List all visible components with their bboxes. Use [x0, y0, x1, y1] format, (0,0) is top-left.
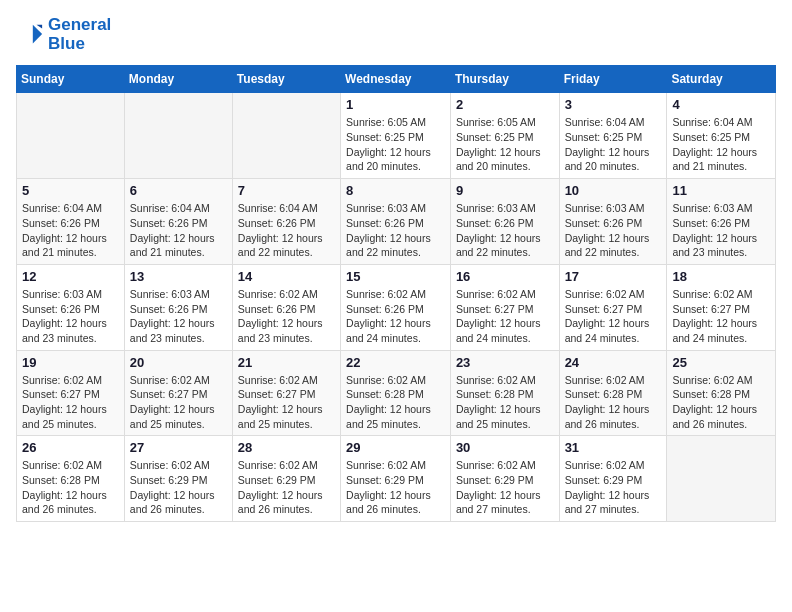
calendar-cell: 4Sunrise: 6:04 AMSunset: 6:25 PMDaylight… [667, 93, 776, 179]
day-number: 9 [456, 183, 554, 198]
logo-text: General Blue [48, 16, 111, 53]
calendar-cell: 11Sunrise: 6:03 AMSunset: 6:26 PMDayligh… [667, 179, 776, 265]
day-number: 31 [565, 440, 662, 455]
calendar-cell: 18Sunrise: 6:02 AMSunset: 6:27 PMDayligh… [667, 264, 776, 350]
calendar-cell: 2Sunrise: 6:05 AMSunset: 6:25 PMDaylight… [450, 93, 559, 179]
calendar-cell: 15Sunrise: 6:02 AMSunset: 6:26 PMDayligh… [341, 264, 451, 350]
calendar-cell: 3Sunrise: 6:04 AMSunset: 6:25 PMDaylight… [559, 93, 667, 179]
day-number: 28 [238, 440, 335, 455]
day-info: Sunrise: 6:04 AMSunset: 6:26 PMDaylight:… [130, 201, 227, 260]
calendar-cell [667, 436, 776, 522]
weekday-header-sunday: Sunday [17, 66, 125, 93]
calendar-cell: 25Sunrise: 6:02 AMSunset: 6:28 PMDayligh… [667, 350, 776, 436]
day-info: Sunrise: 6:04 AMSunset: 6:25 PMDaylight:… [672, 115, 770, 174]
calendar-cell: 13Sunrise: 6:03 AMSunset: 6:26 PMDayligh… [124, 264, 232, 350]
calendar-cell: 16Sunrise: 6:02 AMSunset: 6:27 PMDayligh… [450, 264, 559, 350]
day-info: Sunrise: 6:02 AMSunset: 6:27 PMDaylight:… [22, 373, 119, 432]
day-number: 8 [346, 183, 445, 198]
day-info: Sunrise: 6:02 AMSunset: 6:27 PMDaylight:… [565, 287, 662, 346]
calendar-cell: 28Sunrise: 6:02 AMSunset: 6:29 PMDayligh… [232, 436, 340, 522]
day-info: Sunrise: 6:02 AMSunset: 6:26 PMDaylight:… [238, 287, 335, 346]
day-info: Sunrise: 6:02 AMSunset: 6:29 PMDaylight:… [565, 458, 662, 517]
day-info: Sunrise: 6:03 AMSunset: 6:26 PMDaylight:… [22, 287, 119, 346]
calendar-cell [232, 93, 340, 179]
day-number: 29 [346, 440, 445, 455]
day-info: Sunrise: 6:02 AMSunset: 6:28 PMDaylight:… [346, 373, 445, 432]
day-info: Sunrise: 6:03 AMSunset: 6:26 PMDaylight:… [672, 201, 770, 260]
calendar-cell: 26Sunrise: 6:02 AMSunset: 6:28 PMDayligh… [17, 436, 125, 522]
day-number: 16 [456, 269, 554, 284]
calendar-cell: 24Sunrise: 6:02 AMSunset: 6:28 PMDayligh… [559, 350, 667, 436]
calendar-cell: 10Sunrise: 6:03 AMSunset: 6:26 PMDayligh… [559, 179, 667, 265]
day-info: Sunrise: 6:02 AMSunset: 6:29 PMDaylight:… [130, 458, 227, 517]
day-info: Sunrise: 6:02 AMSunset: 6:28 PMDaylight:… [672, 373, 770, 432]
day-number: 10 [565, 183, 662, 198]
day-number: 7 [238, 183, 335, 198]
day-number: 2 [456, 97, 554, 112]
calendar-cell: 19Sunrise: 6:02 AMSunset: 6:27 PMDayligh… [17, 350, 125, 436]
day-number: 18 [672, 269, 770, 284]
day-info: Sunrise: 6:03 AMSunset: 6:26 PMDaylight:… [565, 201, 662, 260]
day-number: 22 [346, 355, 445, 370]
logo-general: General [48, 15, 111, 34]
day-info: Sunrise: 6:04 AMSunset: 6:25 PMDaylight:… [565, 115, 662, 174]
day-number: 24 [565, 355, 662, 370]
day-info: Sunrise: 6:05 AMSunset: 6:25 PMDaylight:… [346, 115, 445, 174]
calendar-cell: 12Sunrise: 6:03 AMSunset: 6:26 PMDayligh… [17, 264, 125, 350]
calendar-cell: 23Sunrise: 6:02 AMSunset: 6:28 PMDayligh… [450, 350, 559, 436]
weekday-header-friday: Friday [559, 66, 667, 93]
calendar-cell [124, 93, 232, 179]
calendar-cell: 6Sunrise: 6:04 AMSunset: 6:26 PMDaylight… [124, 179, 232, 265]
calendar-cell: 22Sunrise: 6:02 AMSunset: 6:28 PMDayligh… [341, 350, 451, 436]
day-number: 20 [130, 355, 227, 370]
day-number: 19 [22, 355, 119, 370]
day-number: 1 [346, 97, 445, 112]
calendar-cell: 9Sunrise: 6:03 AMSunset: 6:26 PMDaylight… [450, 179, 559, 265]
day-info: Sunrise: 6:04 AMSunset: 6:26 PMDaylight:… [22, 201, 119, 260]
day-number: 25 [672, 355, 770, 370]
calendar-cell: 17Sunrise: 6:02 AMSunset: 6:27 PMDayligh… [559, 264, 667, 350]
logo-blue: Blue [48, 35, 111, 54]
calendar-cell: 21Sunrise: 6:02 AMSunset: 6:27 PMDayligh… [232, 350, 340, 436]
day-info: Sunrise: 6:02 AMSunset: 6:26 PMDaylight:… [346, 287, 445, 346]
svg-marker-1 [37, 24, 43, 28]
day-info: Sunrise: 6:02 AMSunset: 6:27 PMDaylight:… [130, 373, 227, 432]
logo: General Blue [16, 16, 111, 53]
day-number: 13 [130, 269, 227, 284]
day-number: 27 [130, 440, 227, 455]
day-number: 30 [456, 440, 554, 455]
calendar-cell: 14Sunrise: 6:02 AMSunset: 6:26 PMDayligh… [232, 264, 340, 350]
day-info: Sunrise: 6:02 AMSunset: 6:27 PMDaylight:… [238, 373, 335, 432]
weekday-header-saturday: Saturday [667, 66, 776, 93]
calendar-cell [17, 93, 125, 179]
day-info: Sunrise: 6:05 AMSunset: 6:25 PMDaylight:… [456, 115, 554, 174]
day-info: Sunrise: 6:02 AMSunset: 6:29 PMDaylight:… [346, 458, 445, 517]
calendar-cell: 20Sunrise: 6:02 AMSunset: 6:27 PMDayligh… [124, 350, 232, 436]
calendar-cell: 5Sunrise: 6:04 AMSunset: 6:26 PMDaylight… [17, 179, 125, 265]
day-number: 5 [22, 183, 119, 198]
weekday-header-monday: Monday [124, 66, 232, 93]
day-info: Sunrise: 6:04 AMSunset: 6:26 PMDaylight:… [238, 201, 335, 260]
day-number: 3 [565, 97, 662, 112]
weekday-header-thursday: Thursday [450, 66, 559, 93]
calendar-cell: 31Sunrise: 6:02 AMSunset: 6:29 PMDayligh… [559, 436, 667, 522]
day-number: 26 [22, 440, 119, 455]
day-number: 23 [456, 355, 554, 370]
page-header: General Blue [16, 16, 776, 53]
weekday-header-wednesday: Wednesday [341, 66, 451, 93]
day-number: 4 [672, 97, 770, 112]
day-info: Sunrise: 6:02 AMSunset: 6:29 PMDaylight:… [238, 458, 335, 517]
calendar-table: SundayMondayTuesdayWednesdayThursdayFrid… [16, 65, 776, 522]
day-info: Sunrise: 6:02 AMSunset: 6:28 PMDaylight:… [565, 373, 662, 432]
day-info: Sunrise: 6:03 AMSunset: 6:26 PMDaylight:… [130, 287, 227, 346]
day-info: Sunrise: 6:03 AMSunset: 6:26 PMDaylight:… [456, 201, 554, 260]
svg-marker-0 [33, 24, 42, 43]
day-info: Sunrise: 6:02 AMSunset: 6:28 PMDaylight:… [456, 373, 554, 432]
calendar-cell: 8Sunrise: 6:03 AMSunset: 6:26 PMDaylight… [341, 179, 451, 265]
day-info: Sunrise: 6:02 AMSunset: 6:29 PMDaylight:… [456, 458, 554, 517]
calendar-week-row: 26Sunrise: 6:02 AMSunset: 6:28 PMDayligh… [17, 436, 776, 522]
weekday-header-tuesday: Tuesday [232, 66, 340, 93]
calendar-cell: 30Sunrise: 6:02 AMSunset: 6:29 PMDayligh… [450, 436, 559, 522]
calendar-week-row: 19Sunrise: 6:02 AMSunset: 6:27 PMDayligh… [17, 350, 776, 436]
day-info: Sunrise: 6:02 AMSunset: 6:27 PMDaylight:… [456, 287, 554, 346]
